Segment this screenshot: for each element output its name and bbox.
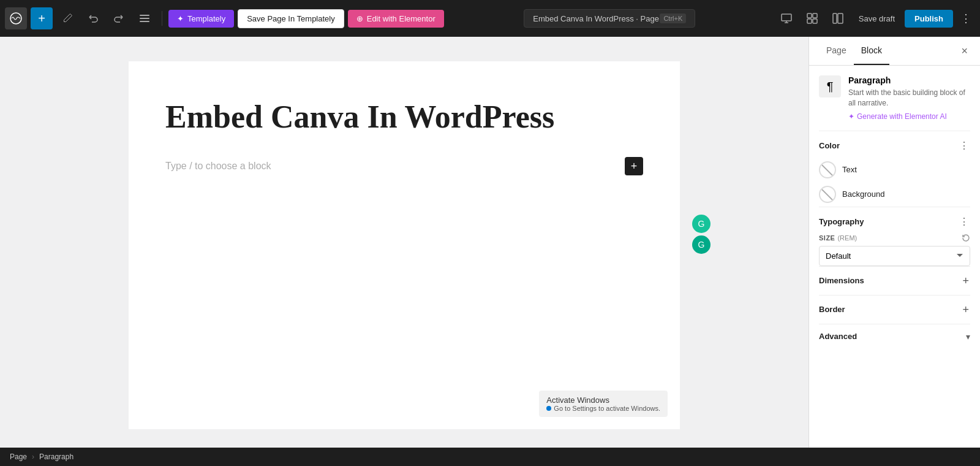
border-section[interactable]: Border + (819, 295, 970, 324)
border-add-button[interactable]: + (961, 303, 970, 316)
page-title-area[interactable]: Embed Canva In WordPress · Page Ctrl+K (524, 9, 695, 28)
breadcrumb-bar: Page › Paragraph (0, 448, 980, 466)
color-section-header: Color ⋮ (819, 131, 970, 158)
elementor-icon: ⊕ (356, 14, 363, 23)
block-info-text: Paragraph Start with the basic building … (848, 75, 970, 121)
inline-add-block-button[interactable]: + (625, 157, 643, 175)
svg-rect-2 (140, 18, 149, 19)
chevron-down-icon: ▾ (966, 332, 970, 342)
save-draft-button[interactable]: Save draft (853, 10, 901, 28)
block-name: Paragraph (848, 75, 970, 85)
breadcrumb-page[interactable]: Page (10, 453, 27, 461)
background-color-strikethrough (821, 188, 834, 201)
dimensions-section[interactable]: Dimensions + (819, 266, 970, 295)
breadcrumb-separator: › (32, 453, 34, 461)
top-toolbar: + ✦ Templately Save Page In Templately ⊕… (0, 0, 980, 37)
editor-canvas[interactable]: Embed Canva In WordPress Type / to choos… (0, 37, 809, 448)
grammarly-icon-1[interactable]: G (692, 215, 710, 233)
more-options-button[interactable]: ⋮ (957, 9, 975, 28)
undo-button[interactable] (82, 7, 104, 29)
toolbar-center: Embed Canva In WordPress · Page Ctrl+K (448, 9, 772, 28)
page-title-text: Embed Canva In WordPress · Page (533, 14, 659, 23)
sidebar-tabs: Page Block × (809, 37, 980, 66)
svg-rect-9 (833, 13, 837, 23)
svg-rect-6 (813, 13, 817, 18)
menu-button[interactable] (134, 7, 156, 29)
page-content: Embed Canva In WordPress Type / to choos… (129, 61, 680, 429)
grammarly-icons-container: G G (692, 215, 710, 254)
add-block-toolbar-button[interactable]: + (31, 7, 53, 29)
text-color-swatch (819, 161, 836, 178)
color-section-menu-button[interactable]: ⋮ (958, 139, 970, 153)
right-sidebar: Page Block × ¶ Paragraph Start with the … (809, 37, 980, 448)
text-color-label: Text (842, 165, 857, 174)
close-sidebar-button[interactable]: × (959, 42, 970, 60)
border-title: Border (819, 305, 845, 314)
block-placeholder-area: Type / to choose a block + (165, 155, 643, 178)
redo-button[interactable] (108, 7, 130, 29)
page-heading[interactable]: Embed Canva In WordPress (165, 98, 643, 136)
size-label-row: SIZE (REM) (819, 234, 970, 242)
text-color-item[interactable]: Text (819, 158, 970, 182)
breadcrumb-paragraph[interactable]: Paragraph (39, 453, 74, 461)
advanced-section[interactable]: Advanced ▾ (819, 324, 970, 349)
svg-rect-1 (140, 15, 149, 16)
grammarly-icon-2[interactable]: G (692, 235, 710, 254)
typography-section-header: Typography ⋮ (819, 207, 970, 234)
svg-rect-4 (782, 14, 791, 21)
templately-button[interactable]: ✦ Templately (168, 10, 234, 28)
advanced-title: Advanced (819, 332, 857, 341)
dimensions-add-button[interactable]: + (961, 274, 970, 288)
color-section: Color ⋮ Text Background (819, 131, 970, 207)
svg-rect-7 (807, 19, 812, 23)
color-section-title: Color (819, 141, 840, 150)
toolbar-right: Save draft Publish ⋮ (775, 7, 975, 29)
dimensions-title: Dimensions (819, 276, 864, 285)
svg-rect-5 (807, 13, 812, 18)
wordpress-logo (5, 7, 27, 29)
activate-windows-title: Activate Windows (546, 395, 660, 405)
generate-ai-text: Generate with Elementor AI (857, 112, 947, 121)
background-color-label: Background (842, 189, 884, 199)
main-area: Embed Canva In WordPress Type / to choos… (0, 37, 980, 448)
activate-windows-overlay: Activate Windows Go to Settings to activ… (539, 391, 668, 417)
background-color-item[interactable]: Background (819, 182, 970, 207)
tab-block[interactable]: Block (854, 37, 889, 65)
activate-dot (546, 406, 551, 411)
shortcut-badge: Ctrl+K (660, 13, 686, 23)
placeholder-text[interactable]: Type / to choose a block (165, 161, 271, 172)
templately-icon: ✦ (177, 14, 184, 23)
toolbar-separator-1 (162, 11, 162, 26)
block-info: ¶ Paragraph Start with the basic buildin… (819, 75, 970, 121)
block-patterns-button[interactable] (801, 7, 823, 29)
block-description: Start with the basic building block of a… (848, 88, 970, 109)
generate-ai-link[interactable]: ✦ Generate with Elementor AI (848, 112, 970, 121)
color-swatch-strikethrough (821, 164, 834, 177)
save-page-templately-button[interactable]: Save Page In Templately (238, 9, 344, 28)
svg-rect-10 (838, 13, 843, 23)
typography-section: Typography ⋮ SIZE (REM) Default (819, 207, 970, 266)
background-color-swatch (819, 186, 836, 203)
typography-section-menu-button[interactable]: ⋮ (958, 215, 970, 229)
ai-sparkle-icon: ✦ (848, 112, 854, 121)
size-select[interactable]: Default (819, 246, 970, 266)
svg-rect-8 (813, 19, 817, 23)
sidebar-content: ¶ Paragraph Start with the basic buildin… (809, 66, 980, 359)
sidebar-tab-group: Page Block (819, 37, 889, 65)
tab-page[interactable]: Page (819, 37, 854, 65)
edit-elementor-button[interactable]: ⊕ Edit with Elementor (348, 10, 444, 28)
edit-mode-button[interactable] (56, 7, 78, 29)
size-unit-label: (REM) (837, 234, 857, 242)
size-label: SIZE (819, 234, 835, 242)
svg-rect-3 (140, 21, 149, 22)
publish-button[interactable]: Publish (905, 10, 953, 28)
typography-section-title: Typography (819, 217, 864, 226)
block-icon: ¶ (819, 75, 841, 97)
reset-size-button[interactable] (962, 234, 970, 242)
preview-desktop-button[interactable] (775, 7, 797, 29)
settings-panel-button[interactable] (827, 7, 849, 29)
activate-windows-text: Go to Settings to activate Windows. (546, 405, 660, 412)
